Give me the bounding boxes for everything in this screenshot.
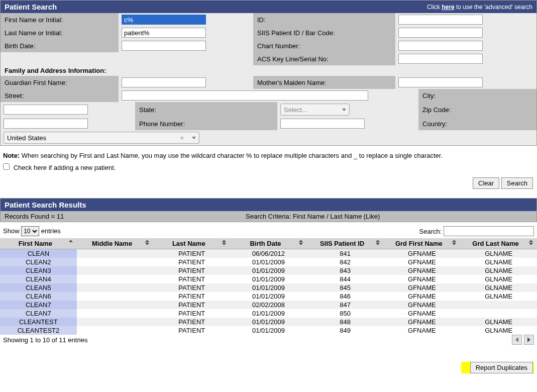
country-cell: United States × xyxy=(1,130,310,145)
sort-icon xyxy=(299,240,303,245)
show-post: entries xyxy=(41,227,61,235)
results-search-input[interactable] xyxy=(444,226,534,236)
table-row[interactable]: CLEANTEST2PATIENT01/01/2009849GFNAMEGLNA… xyxy=(0,326,537,335)
new-patient-checkbox[interactable] xyxy=(3,163,10,170)
search-button[interactable]: Search xyxy=(501,177,533,189)
pager xyxy=(512,335,534,345)
search-criteria: Search Criteria: First Name / Last Name … xyxy=(242,211,536,222)
phone-input[interactable] xyxy=(280,119,365,129)
cell-mn xyxy=(77,249,154,258)
cell-gl: GLNAME xyxy=(460,266,537,275)
results-table: First Name Middle Name Last Name Birth D… xyxy=(0,238,537,335)
show-pre: Show xyxy=(3,227,21,235)
col-grd-first[interactable]: Grd First Name xyxy=(384,238,461,249)
cell-ln: PATIENT xyxy=(153,301,230,309)
clear-button[interactable]: Clear xyxy=(473,177,499,189)
table-row[interactable]: CLEANTESTPATIENT01/01/2009848GFNAMEGLNAM… xyxy=(0,318,537,326)
guardian-first-input[interactable] xyxy=(122,77,206,87)
col-first-name[interactable]: First Name xyxy=(0,238,77,249)
entries-bar: Show 10 entries Search: xyxy=(0,222,537,238)
cell-ln: PATIENT xyxy=(153,275,230,283)
cell-bd: 02/02/2008 xyxy=(230,301,307,309)
cell-gf: GFNAME xyxy=(384,309,461,318)
panel-header-search: Patient Search Click here to use the 'ad… xyxy=(1,1,536,13)
phone-label: Phone Number: xyxy=(135,117,277,130)
first-name-input[interactable] xyxy=(122,15,206,25)
advanced-search-link[interactable]: here xyxy=(442,4,454,11)
street-spacer xyxy=(371,89,418,102)
col-siis-id[interactable]: SIIS Patient ID xyxy=(307,238,384,249)
cell-fn: CLEAN7 xyxy=(0,301,77,309)
clear-country-icon[interactable]: × xyxy=(180,134,184,142)
cell-mn xyxy=(77,301,154,309)
table-row[interactable]: CLEAN4PATIENT01/01/2009844GFNAMEGLNAME xyxy=(0,275,537,283)
panel-header-results: Patient Search Results xyxy=(1,199,536,211)
note-block: Note: When searching by First and Last N… xyxy=(0,146,537,175)
showing-text: Showing 1 to 10 of 11 entries xyxy=(3,336,87,344)
cell-id: 848 xyxy=(307,318,384,326)
birth-date-label: Birth Date: xyxy=(1,39,119,52)
search-button-row: Clear Search xyxy=(0,175,537,198)
id-input[interactable] xyxy=(398,15,483,25)
chevron-right-icon xyxy=(527,337,530,342)
first-name-cell xyxy=(119,13,253,26)
records-found: Records Found = 11 xyxy=(1,211,242,222)
acs-input[interactable] xyxy=(398,54,483,64)
table-header-row: First Name Middle Name Last Name Birth D… xyxy=(0,238,537,249)
prev-page-button[interactable] xyxy=(512,335,522,345)
cell-fn: CLEAN7 xyxy=(0,309,77,318)
id-label: ID: xyxy=(253,13,395,26)
birth-date-input[interactable] xyxy=(122,41,206,51)
cell-mn xyxy=(77,326,154,335)
chart-input[interactable] xyxy=(398,41,483,51)
street-input[interactable] xyxy=(122,90,368,101)
cell-mn xyxy=(77,258,154,266)
country-select[interactable]: United States × xyxy=(4,132,199,144)
city-input[interactable] xyxy=(4,105,88,115)
cell-bd: 01/01/2009 xyxy=(230,318,307,326)
blank-cell xyxy=(119,52,253,65)
next-page-button[interactable] xyxy=(524,335,534,345)
cell-fn: CLEAN3 xyxy=(0,266,77,275)
entries-select[interactable]: 10 xyxy=(21,226,39,236)
table-row[interactable]: CLEAN7PATIENT01/01/2009850GFNAME xyxy=(0,309,537,318)
report-duplicates-button[interactable]: Report Duplicates xyxy=(470,362,533,373)
col-grd-last[interactable]: Grd Last Name xyxy=(460,238,537,249)
col-middle-name[interactable]: Middle Name xyxy=(77,238,154,249)
cell-fn: CLEAN5 xyxy=(0,283,77,292)
cell-gf: GFNAME xyxy=(384,318,461,326)
sort-icon xyxy=(529,240,533,245)
chevron-down-icon xyxy=(192,137,196,139)
results-title: Patient Search Results xyxy=(5,201,86,209)
table-row[interactable]: CLEAN2PATIENT01/01/2009842GFNAMEGLNAME xyxy=(0,258,537,266)
cell-fn: CLEAN2 xyxy=(0,258,77,266)
chevron-down-icon xyxy=(342,109,346,111)
cell-id: 842 xyxy=(307,258,384,266)
mother-maiden-input[interactable] xyxy=(398,77,483,87)
table-row[interactable]: CLEAN6PATIENT01/01/2009846GFNAMEGLNAME xyxy=(0,292,537,301)
cell-ln: PATIENT xyxy=(153,266,230,275)
table-row[interactable]: CLEAN3PATIENT01/01/2009843GFNAMEGLNAME xyxy=(0,266,537,275)
siis-input[interactable] xyxy=(398,28,483,38)
cell-fn: CLEANTEST xyxy=(0,318,77,326)
cell-mn xyxy=(77,309,154,318)
cell-id: 850 xyxy=(307,309,384,318)
phone-cell xyxy=(277,117,418,130)
mother-maiden-cell xyxy=(395,76,536,89)
cell-gl xyxy=(460,309,537,318)
advanced-search-hint: Click here to use the 'advanced' search xyxy=(427,4,532,11)
table-row[interactable]: CLEAN5PATIENT01/01/2009845GFNAMEGLNAME xyxy=(0,283,537,292)
siis-cell xyxy=(395,26,536,39)
cell-gf: GFNAME xyxy=(384,301,461,309)
zip-input[interactable] xyxy=(4,119,88,129)
cell-gl: GLNAME xyxy=(460,258,537,266)
table-row[interactable]: CLEAN7PATIENT02/02/2008847GFNAME xyxy=(0,301,537,309)
last-name-input[interactable] xyxy=(122,28,206,38)
cell-ln: PATIENT xyxy=(153,258,230,266)
col-birth-date[interactable]: Birth Date xyxy=(230,238,307,249)
table-row[interactable]: CLEANPATIENT06/06/2012841GFNAMEGLNAME xyxy=(0,249,537,258)
col-last-name[interactable]: Last Name xyxy=(153,238,230,249)
cell-mn xyxy=(77,283,154,292)
last-name-label: Last Name or Initial: xyxy=(1,26,119,39)
state-select[interactable]: Select... xyxy=(280,104,350,116)
